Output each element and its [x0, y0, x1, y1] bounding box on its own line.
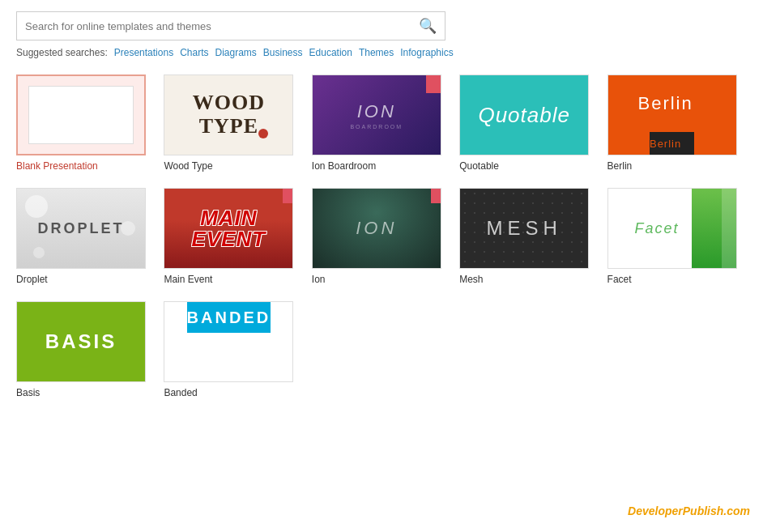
ion-boardroom-ion: ION: [350, 101, 403, 122]
template-label-berlin: Berlin: [607, 160, 633, 172]
template-thumb-facet[interactable]: Facet: [607, 188, 737, 269]
template-droplet[interactable]: DROPLET Droplet: [16, 188, 156, 285]
template-thumb-banded[interactable]: BANDED: [164, 301, 293, 382]
ion-accent: [431, 189, 441, 203]
berlin-text: Berlin: [637, 93, 693, 114]
template-label-droplet: Droplet: [16, 274, 48, 285]
template-banded[interactable]: BANDED Banded: [164, 301, 303, 398]
template-label-blank: Blank Presentation: [16, 160, 98, 172]
berlin-text-dark: Berlin: [650, 138, 681, 150]
ion-boardroom-accent: [426, 75, 441, 93]
template-label-woodtype: Wood Type: [164, 160, 212, 172]
template-thumb-basis[interactable]: BASIS: [16, 301, 146, 382]
suggested-link-business[interactable]: Business: [263, 47, 303, 58]
basis-text: BASIS: [45, 330, 117, 353]
ion-boardroom-sub: BOARDROOM: [350, 124, 403, 130]
suggested-link-education[interactable]: Education: [309, 47, 352, 58]
top-bar: 🔍 Suggested searches: Presentations Char…: [0, 0, 763, 66]
suggested-link-infographics[interactable]: Infographics: [400, 47, 453, 58]
template-berlin[interactable]: Berlin Berlin Berlin: [607, 74, 747, 172]
template-label-banded: Banded: [164, 387, 197, 398]
suggested-label: Suggested searches:: [16, 47, 108, 58]
template-woodtype[interactable]: WOODTYPE Wood Type: [164, 74, 303, 172]
blank-inner: [28, 86, 134, 144]
woodtype-text: WOODTYPE: [193, 92, 265, 138]
template-ion[interactable]: ION Ion: [312, 188, 451, 285]
banded-text: BANDED: [187, 309, 271, 327]
mainevent-accent: [283, 189, 292, 203]
woodtype-dot: [258, 129, 268, 138]
template-thumb-ion[interactable]: ION: [312, 188, 441, 269]
template-blank[interactable]: Blank Presentation: [16, 74, 156, 172]
suggested-link-charts[interactable]: Charts: [180, 47, 208, 58]
template-thumb-ion-boardroom[interactable]: ION BOARDROOM: [312, 74, 441, 155]
search-icon[interactable]: 🔍: [419, 17, 437, 35]
quotable-text: Quotable: [478, 103, 570, 128]
template-label-ion-boardroom: Ion Boardroom: [312, 160, 376, 172]
droplet-circle3: [33, 247, 45, 258]
template-facet[interactable]: Facet Facet: [607, 188, 747, 285]
template-label-facet: Facet: [607, 274, 632, 285]
template-label-mesh: Mesh: [459, 274, 483, 285]
template-label-basis: Basis: [16, 387, 40, 398]
facet-text: Facet: [608, 220, 736, 237]
ion-text: ION: [356, 218, 397, 239]
mesh-text: MESH: [487, 217, 562, 240]
suggested-link-presentations[interactable]: Presentations: [114, 47, 173, 58]
template-label-ion: Ion: [312, 274, 326, 285]
template-mesh[interactable]: MESH Mesh: [459, 188, 599, 285]
search-input[interactable]: [25, 20, 419, 32]
template-thumb-mesh[interactable]: MESH: [459, 188, 589, 269]
template-thumb-berlin[interactable]: Berlin Berlin: [607, 74, 737, 155]
droplet-text: DROPLET: [37, 220, 124, 237]
template-thumb-woodtype[interactable]: WOODTYPE: [164, 74, 293, 155]
mainevent-text: MAINEVENT: [192, 207, 266, 249]
berlin-bottom: Berlin: [650, 132, 694, 155]
suggested-link-diagrams[interactable]: Diagrams: [215, 47, 256, 58]
template-quotable[interactable]: Quotable Quotable: [459, 74, 599, 172]
suggested-searches: Suggested searches: Presentations Charts…: [16, 47, 747, 58]
droplet-circle1: [25, 195, 48, 218]
suggested-link-themes[interactable]: Themes: [359, 47, 394, 58]
berlin-top: Berlin: [637, 75, 705, 132]
banded-top: BANDED: [187, 302, 271, 333]
template-thumb-droplet[interactable]: DROPLET: [16, 188, 146, 269]
template-thumb-blank[interactable]: [16, 74, 146, 155]
template-basis[interactable]: BASIS Basis: [16, 301, 156, 398]
droplet-circle2: [121, 221, 135, 236]
template-ion-boardroom[interactable]: ION BOARDROOM Ion Boardroom: [312, 74, 451, 172]
ion-boardroom-center: ION BOARDROOM: [350, 101, 403, 130]
template-label-quotable: Quotable: [459, 160, 499, 172]
template-label-main-event: Main Event: [164, 274, 212, 285]
templates-grid: Blank Presentation WOODTYPE Wood Type IO…: [0, 66, 763, 415]
template-main-event[interactable]: MAINEVENT Main Event: [164, 188, 303, 285]
template-thumb-main-event[interactable]: MAINEVENT: [164, 188, 293, 269]
search-row[interactable]: 🔍: [16, 11, 445, 40]
watermark: DeveloperPublish.com: [628, 504, 750, 517]
template-thumb-quotable[interactable]: Quotable: [459, 74, 589, 155]
